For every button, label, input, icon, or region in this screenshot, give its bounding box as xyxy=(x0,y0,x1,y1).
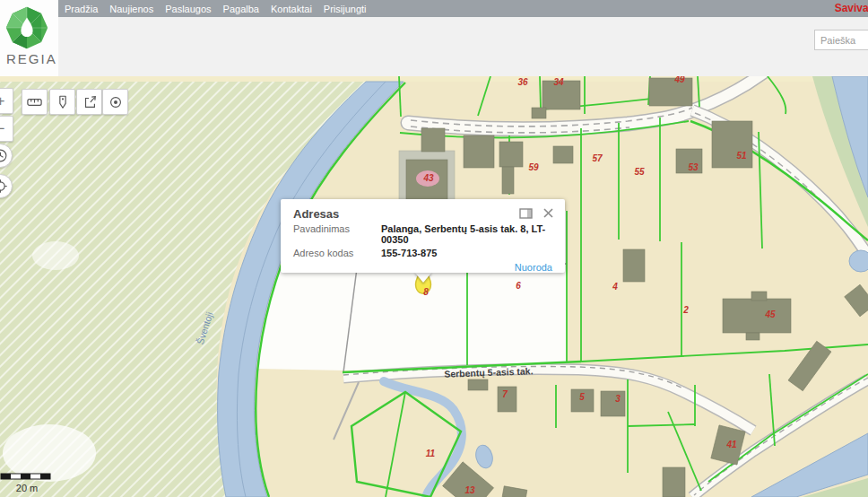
parcel-number: 34 xyxy=(553,77,564,87)
parcel-number: 7 xyxy=(502,389,508,399)
parcel-number: 57 xyxy=(592,153,603,163)
regia-logo-icon xyxy=(4,5,49,50)
map-pin-icon xyxy=(55,94,71,110)
map-container: 363449435957555351864245753114113 Serben… xyxy=(0,76,868,497)
popup-row-code: Adreso kodas 155-713-875 xyxy=(293,248,552,258)
field-label: Adreso kodas xyxy=(293,248,381,258)
search-input[interactable] xyxy=(814,30,868,50)
parcel-number: 5 xyxy=(579,392,585,402)
parcel-number: 53 xyxy=(688,162,699,172)
logo[interactable]: REGIA xyxy=(0,0,58,76)
nav-pradzia[interactable]: Pradžia xyxy=(65,4,98,14)
close-icon[interactable] xyxy=(542,207,554,219)
regia-map-app: REGIA Pradžia Naujienos Paslaugos Pagalb… xyxy=(0,0,868,497)
brand-text: REGIA xyxy=(6,51,57,66)
measure-button[interactable] xyxy=(22,89,48,115)
clock-icon xyxy=(0,148,8,163)
parcel-number: 3 xyxy=(615,394,621,404)
field-label: Pavadinimas xyxy=(293,223,381,245)
locate-point-button[interactable] xyxy=(102,89,128,115)
map-top-path xyxy=(0,76,868,82)
dock-window-icon[interactable] xyxy=(519,208,533,219)
nav-naujienos[interactable]: Naujienos xyxy=(109,4,153,14)
minus-icon: − xyxy=(0,121,4,136)
popup-pointer xyxy=(414,272,432,283)
nav-pagalba[interactable]: Pagalba xyxy=(223,4,259,14)
main-nav: Pradžia Naujienos Paslaugos Pagalba Kont… xyxy=(58,0,868,17)
parcel-number: 59 xyxy=(528,162,539,172)
share-button[interactable] xyxy=(76,89,102,115)
parcel-number: 13 xyxy=(464,485,475,495)
crosshair-icon xyxy=(0,179,8,194)
nuoroda-link[interactable]: Nuoroda xyxy=(293,262,552,273)
parcel-number: 49 xyxy=(673,76,685,84)
parcel-number: 4 xyxy=(612,282,618,292)
forest-clearing xyxy=(3,424,96,482)
field-value: 155-713-875 xyxy=(381,248,437,258)
address-popup: Adresas Pavadinimas Palanga, Serbentų 5-… xyxy=(281,199,565,273)
export-arrow-icon xyxy=(82,94,98,110)
nav-savivaldybe-link[interactable]: Savival xyxy=(835,0,868,17)
marker-button[interactable] xyxy=(49,89,75,115)
popup-row-name: Pavadinimas Palanga, Serbentų 5-asis tak… xyxy=(293,223,552,245)
nav-prisijungti[interactable]: Prisijungti xyxy=(324,4,367,14)
popup-title: Adresas xyxy=(293,207,552,221)
ruler-icon xyxy=(26,93,43,110)
header: REGIA Pradžia Naujienos Paslaugos Pagalb… xyxy=(0,0,868,76)
parcel-number: 2 xyxy=(682,305,689,315)
parcel-number: 11 xyxy=(426,449,436,458)
parcel-number: 43 xyxy=(422,173,434,183)
scale-label: 20 m xyxy=(16,483,38,493)
parcel-number: 6 xyxy=(516,281,521,291)
parcel-number: 41 xyxy=(725,440,737,449)
zoom-out-button[interactable]: − xyxy=(0,116,13,142)
nav-paslaugos[interactable]: Paslaugos xyxy=(165,4,211,14)
parcel-number: 45 xyxy=(764,310,776,319)
map-canvas[interactable]: 363449435957555351864245753114113 Serben… xyxy=(0,76,868,497)
parcel-number: 51 xyxy=(736,151,747,161)
nav-kontaktai[interactable]: Kontaktai xyxy=(271,4,312,14)
zoom-in-button[interactable]: + xyxy=(0,88,13,114)
parcel-number: 8 xyxy=(423,287,429,297)
parcel-number: 36 xyxy=(517,77,528,87)
pond xyxy=(849,250,868,272)
parcel-number: 55 xyxy=(634,167,645,177)
target-dot-icon xyxy=(108,94,124,110)
plus-icon: + xyxy=(0,93,4,109)
field-value: Palanga, Serbentų 5-asis tak. 8, LT-0035… xyxy=(381,223,552,245)
